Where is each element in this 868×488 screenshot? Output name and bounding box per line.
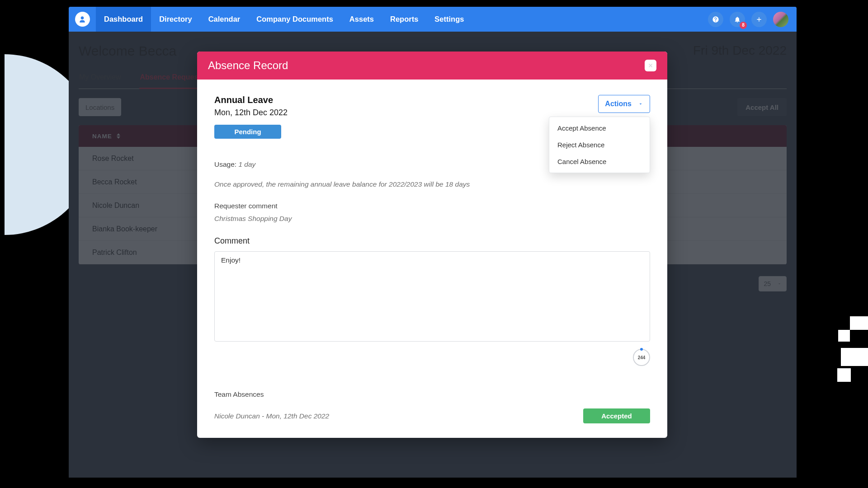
help-icon[interactable] <box>708 12 723 27</box>
char-counter: 244 <box>633 349 650 366</box>
absence-type: Annual Leave <box>214 95 288 105</box>
comment-label: Comment <box>214 236 650 246</box>
nav-directory[interactable]: Directory <box>151 7 200 32</box>
actions-button-label: Actions <box>605 100 632 108</box>
status-pending-badge: Pending <box>214 125 281 139</box>
notifications-icon[interactable]: 8 <box>730 12 745 27</box>
nav-reports[interactable]: Reports <box>382 7 426 32</box>
requester-comment-label: Requester comment <box>214 202 650 210</box>
actions-button[interactable]: Actions <box>598 95 650 113</box>
actions-dropdown: Accept Absence Reject Absence Cancel Abs… <box>549 117 650 173</box>
logo[interactable] <box>69 12 96 27</box>
chevron-down-icon <box>638 101 643 107</box>
top-nav: Dashboard Directory Calendar Company Doc… <box>69 7 797 32</box>
nav-company-documents[interactable]: Company Documents <box>248 7 341 32</box>
usage-value: 1 day <box>238 160 255 168</box>
modal-title: Absence Record <box>208 59 288 72</box>
notifications-badge: 8 <box>740 22 747 29</box>
modal-header: Absence Record <box>197 52 667 80</box>
user-avatar[interactable] <box>773 12 788 27</box>
absence-record-modal: Absence Record Annual Leave Mon, 12th De… <box>197 52 667 438</box>
status-accepted-badge: Accepted <box>583 408 650 423</box>
usage-label: Usage: <box>214 160 238 168</box>
close-icon <box>647 62 654 69</box>
logo-icon <box>75 12 90 27</box>
nav-dashboard[interactable]: Dashboard <box>96 7 151 32</box>
nav-assets[interactable]: Assets <box>341 7 382 32</box>
add-icon[interactable] <box>751 12 767 27</box>
team-absences-label: Team Absences <box>214 390 650 399</box>
team-absence-entry: Nicole Duncan - Mon, 12th Dec 2022 <box>214 412 329 420</box>
decor-pixels-right <box>818 316 868 398</box>
action-cancel-absence[interactable]: Cancel Absence <box>549 153 650 170</box>
action-reject-absence[interactable]: Reject Absence <box>549 136 650 153</box>
comment-textarea[interactable] <box>214 251 650 342</box>
absence-date: Mon, 12th Dec 2022 <box>214 108 288 117</box>
nav-settings[interactable]: Settings <box>426 7 472 32</box>
nav-calendar[interactable]: Calendar <box>200 7 249 32</box>
balance-note: Once approved, the remaining annual leav… <box>214 180 650 188</box>
app-window: Dashboard Directory Calendar Company Doc… <box>69 7 797 478</box>
modal-body: Annual Leave Mon, 12th Dec 2022 Pending … <box>197 80 667 438</box>
requester-comment-value: Christmas Shopping Day <box>214 215 650 223</box>
action-accept-absence[interactable]: Accept Absence <box>549 120 650 136</box>
modal-close-button[interactable] <box>645 60 656 71</box>
